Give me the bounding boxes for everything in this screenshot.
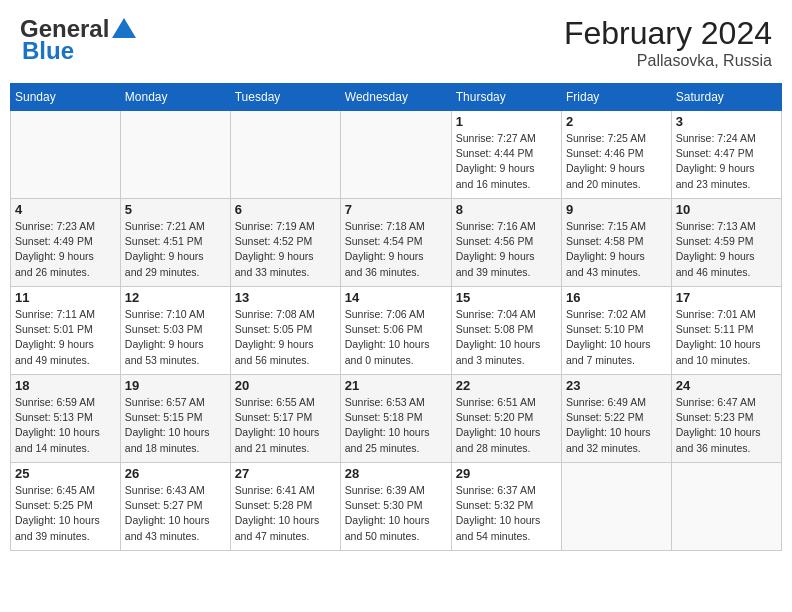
calendar-cell [671, 463, 781, 551]
calendar-cell: 16Sunrise: 7:02 AM Sunset: 5:10 PM Dayli… [561, 287, 671, 375]
calendar-cell: 20Sunrise: 6:55 AM Sunset: 5:17 PM Dayli… [230, 375, 340, 463]
day-info: Sunrise: 6:55 AM Sunset: 5:17 PM Dayligh… [235, 395, 336, 456]
day-number: 18 [15, 378, 116, 393]
calendar-cell: 1Sunrise: 7:27 AM Sunset: 4:44 PM Daylig… [451, 111, 561, 199]
day-number: 29 [456, 466, 557, 481]
day-info: Sunrise: 7:19 AM Sunset: 4:52 PM Dayligh… [235, 219, 336, 280]
day-info: Sunrise: 7:13 AM Sunset: 4:59 PM Dayligh… [676, 219, 777, 280]
day-info: Sunrise: 6:57 AM Sunset: 5:15 PM Dayligh… [125, 395, 226, 456]
calendar-cell: 28Sunrise: 6:39 AM Sunset: 5:30 PM Dayli… [340, 463, 451, 551]
day-info: Sunrise: 7:16 AM Sunset: 4:56 PM Dayligh… [456, 219, 557, 280]
day-number: 7 [345, 202, 447, 217]
day-info: Sunrise: 6:41 AM Sunset: 5:28 PM Dayligh… [235, 483, 336, 544]
calendar-week-4: 18Sunrise: 6:59 AM Sunset: 5:13 PM Dayli… [11, 375, 782, 463]
weekday-header-saturday: Saturday [671, 84, 781, 111]
day-info: Sunrise: 7:21 AM Sunset: 4:51 PM Dayligh… [125, 219, 226, 280]
day-info: Sunrise: 6:45 AM Sunset: 5:25 PM Dayligh… [15, 483, 116, 544]
weekday-header-tuesday: Tuesday [230, 84, 340, 111]
calendar-cell: 4Sunrise: 7:23 AM Sunset: 4:49 PM Daylig… [11, 199, 121, 287]
calendar-body: 1Sunrise: 7:27 AM Sunset: 4:44 PM Daylig… [11, 111, 782, 551]
day-info: Sunrise: 7:23 AM Sunset: 4:49 PM Dayligh… [15, 219, 116, 280]
calendar-cell: 2Sunrise: 7:25 AM Sunset: 4:46 PM Daylig… [561, 111, 671, 199]
calendar-cell: 22Sunrise: 6:51 AM Sunset: 5:20 PM Dayli… [451, 375, 561, 463]
day-number: 9 [566, 202, 667, 217]
calendar-cell: 10Sunrise: 7:13 AM Sunset: 4:59 PM Dayli… [671, 199, 781, 287]
day-number: 24 [676, 378, 777, 393]
location-title: Pallasovka, Russia [564, 52, 772, 70]
calendar-cell: 5Sunrise: 7:21 AM Sunset: 4:51 PM Daylig… [120, 199, 230, 287]
day-number: 15 [456, 290, 557, 305]
day-number: 28 [345, 466, 447, 481]
day-info: Sunrise: 7:10 AM Sunset: 5:03 PM Dayligh… [125, 307, 226, 368]
day-number: 17 [676, 290, 777, 305]
weekday-header-sunday: Sunday [11, 84, 121, 111]
day-number: 16 [566, 290, 667, 305]
day-info: Sunrise: 7:04 AM Sunset: 5:08 PM Dayligh… [456, 307, 557, 368]
day-info: Sunrise: 7:18 AM Sunset: 4:54 PM Dayligh… [345, 219, 447, 280]
day-number: 6 [235, 202, 336, 217]
calendar-cell [340, 111, 451, 199]
calendar-cell: 8Sunrise: 7:16 AM Sunset: 4:56 PM Daylig… [451, 199, 561, 287]
calendar-cell: 24Sunrise: 6:47 AM Sunset: 5:23 PM Dayli… [671, 375, 781, 463]
logo-icon [110, 16, 138, 40]
weekday-header-row: SundayMondayTuesdayWednesdayThursdayFrid… [11, 84, 782, 111]
day-number: 25 [15, 466, 116, 481]
day-info: Sunrise: 6:49 AM Sunset: 5:22 PM Dayligh… [566, 395, 667, 456]
calendar-cell [120, 111, 230, 199]
day-number: 13 [235, 290, 336, 305]
day-info: Sunrise: 7:01 AM Sunset: 5:11 PM Dayligh… [676, 307, 777, 368]
logo-blue-text: Blue [22, 37, 74, 65]
calendar-cell: 14Sunrise: 7:06 AM Sunset: 5:06 PM Dayli… [340, 287, 451, 375]
day-info: Sunrise: 7:27 AM Sunset: 4:44 PM Dayligh… [456, 131, 557, 192]
weekday-header-monday: Monday [120, 84, 230, 111]
calendar-cell: 12Sunrise: 7:10 AM Sunset: 5:03 PM Dayli… [120, 287, 230, 375]
day-number: 27 [235, 466, 336, 481]
day-number: 21 [345, 378, 447, 393]
day-number: 4 [15, 202, 116, 217]
day-number: 11 [15, 290, 116, 305]
day-number: 23 [566, 378, 667, 393]
calendar-cell: 15Sunrise: 7:04 AM Sunset: 5:08 PM Dayli… [451, 287, 561, 375]
calendar-cell: 25Sunrise: 6:45 AM Sunset: 5:25 PM Dayli… [11, 463, 121, 551]
calendar-cell: 27Sunrise: 6:41 AM Sunset: 5:28 PM Dayli… [230, 463, 340, 551]
day-info: Sunrise: 7:06 AM Sunset: 5:06 PM Dayligh… [345, 307, 447, 368]
weekday-header-friday: Friday [561, 84, 671, 111]
calendar-cell [561, 463, 671, 551]
day-info: Sunrise: 6:47 AM Sunset: 5:23 PM Dayligh… [676, 395, 777, 456]
calendar-cell: 21Sunrise: 6:53 AM Sunset: 5:18 PM Dayli… [340, 375, 451, 463]
day-info: Sunrise: 7:25 AM Sunset: 4:46 PM Dayligh… [566, 131, 667, 192]
day-info: Sunrise: 7:24 AM Sunset: 4:47 PM Dayligh… [676, 131, 777, 192]
day-number: 14 [345, 290, 447, 305]
calendar-cell [11, 111, 121, 199]
calendar-cell: 26Sunrise: 6:43 AM Sunset: 5:27 PM Dayli… [120, 463, 230, 551]
calendar-cell [230, 111, 340, 199]
calendar-cell: 6Sunrise: 7:19 AM Sunset: 4:52 PM Daylig… [230, 199, 340, 287]
day-number: 26 [125, 466, 226, 481]
calendar-week-3: 11Sunrise: 7:11 AM Sunset: 5:01 PM Dayli… [11, 287, 782, 375]
calendar-week-1: 1Sunrise: 7:27 AM Sunset: 4:44 PM Daylig… [11, 111, 782, 199]
calendar-cell: 9Sunrise: 7:15 AM Sunset: 4:58 PM Daylig… [561, 199, 671, 287]
calendar-cell: 18Sunrise: 6:59 AM Sunset: 5:13 PM Dayli… [11, 375, 121, 463]
calendar-week-5: 25Sunrise: 6:45 AM Sunset: 5:25 PM Dayli… [11, 463, 782, 551]
calendar-cell: 7Sunrise: 7:18 AM Sunset: 4:54 PM Daylig… [340, 199, 451, 287]
calendar-cell: 3Sunrise: 7:24 AM Sunset: 4:47 PM Daylig… [671, 111, 781, 199]
day-number: 10 [676, 202, 777, 217]
calendar-cell: 11Sunrise: 7:11 AM Sunset: 5:01 PM Dayli… [11, 287, 121, 375]
logo: General Blue [20, 15, 138, 65]
calendar-cell: 29Sunrise: 6:37 AM Sunset: 5:32 PM Dayli… [451, 463, 561, 551]
day-info: Sunrise: 7:15 AM Sunset: 4:58 PM Dayligh… [566, 219, 667, 280]
calendar-table: SundayMondayTuesdayWednesdayThursdayFrid… [10, 83, 782, 551]
day-number: 3 [676, 114, 777, 129]
page-header: General Blue February 2024 Pallasovka, R… [10, 10, 782, 75]
day-number: 1 [456, 114, 557, 129]
month-title: February 2024 [564, 15, 772, 52]
day-info: Sunrise: 7:02 AM Sunset: 5:10 PM Dayligh… [566, 307, 667, 368]
weekday-header-thursday: Thursday [451, 84, 561, 111]
calendar-cell: 23Sunrise: 6:49 AM Sunset: 5:22 PM Dayli… [561, 375, 671, 463]
calendar-cell: 17Sunrise: 7:01 AM Sunset: 5:11 PM Dayli… [671, 287, 781, 375]
day-number: 19 [125, 378, 226, 393]
day-info: Sunrise: 6:51 AM Sunset: 5:20 PM Dayligh… [456, 395, 557, 456]
svg-marker-0 [112, 18, 136, 38]
day-info: Sunrise: 6:37 AM Sunset: 5:32 PM Dayligh… [456, 483, 557, 544]
title-block: February 2024 Pallasovka, Russia [564, 15, 772, 70]
